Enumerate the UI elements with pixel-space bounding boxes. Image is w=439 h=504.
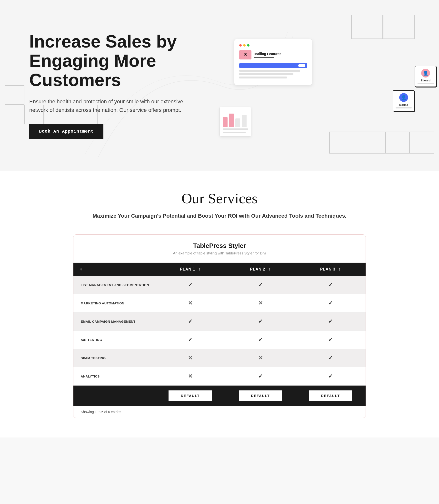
- table-row: MARKETING AUTOMATION✕✕✓: [73, 294, 366, 312]
- person-line-martha: [396, 107, 412, 108]
- mail-progress-bar: [239, 63, 307, 68]
- cross-icon: ✕: [188, 355, 192, 361]
- mail-app-card: ✉ Mailing Features: [234, 39, 312, 85]
- mail-line-2: [239, 73, 293, 75]
- check-icon: ✓: [188, 337, 192, 343]
- avatar-edward: 👤: [421, 69, 430, 78]
- check-icon: ✓: [328, 337, 333, 343]
- hero-content: Increase Sales by Engaging More Customer…: [0, 17, 220, 153]
- window-dots: [239, 44, 307, 47]
- deco-br-1: [329, 132, 385, 153]
- feature-cell: LIST MANAGEMENT AND SEGMENTATION: [73, 276, 155, 294]
- dot-green: [247, 44, 249, 47]
- mail-toggle: [298, 64, 305, 67]
- plan2-cell: ✓: [225, 276, 296, 294]
- check-icon: ✓: [258, 318, 263, 324]
- plan2-cell: ✓: [225, 367, 296, 386]
- col-plan1: PLAN 1 ⇕: [155, 263, 225, 276]
- table-main-title: TablePress Styler: [83, 242, 356, 250]
- feature-cell: ANALYTICS: [73, 367, 155, 386]
- default-btn-plan1[interactable]: DEFAULT: [169, 390, 212, 401]
- plan1-cell: ✕: [155, 367, 225, 386]
- footer-plan1: DEFAULT: [155, 386, 225, 406]
- mail-card-header: ✉ Mailing Features: [239, 50, 307, 59]
- deco-top-right: [351, 15, 415, 39]
- deco-tr-1: [351, 15, 383, 39]
- person-name-martha: Martha: [396, 103, 412, 106]
- footer-empty: [73, 386, 155, 406]
- table-header: TablePress Styler An example of table st…: [73, 235, 366, 263]
- table-row: SPAM TESTING✕✕✓: [73, 349, 366, 367]
- bar-1: [223, 117, 228, 127]
- deco-tr-2: [383, 15, 415, 39]
- plan3-cell: ✓: [295, 312, 366, 331]
- person-card-edward: 👤 Edward: [415, 66, 437, 87]
- chart-line-2: [223, 132, 246, 133]
- person-card-martha: 👤 Martha: [393, 90, 415, 111]
- plan3-cell: ✓: [295, 349, 366, 367]
- tablepress-container: TablePress Styler An example of table st…: [73, 234, 366, 418]
- book-appointment-button[interactable]: Book An Appointment: [29, 124, 103, 139]
- cross-icon: ✕: [188, 373, 192, 379]
- mail-icon: ✉: [239, 50, 251, 59]
- table-header-row: ⇕ PLAN 1 ⇕ PLAN 2 ⇕ PLAN 3 ⇕: [73, 263, 366, 276]
- cross-icon: ✕: [258, 355, 263, 361]
- plan3-cell: ✓: [295, 276, 366, 294]
- default-btn-plan2[interactable]: DEFAULT: [239, 390, 282, 401]
- check-icon: ✓: [258, 337, 263, 343]
- plan2-cell: ✓: [225, 331, 296, 349]
- dot-yellow: [243, 44, 246, 47]
- cross-icon: ✕: [258, 300, 263, 306]
- plan2-cell: ✕: [225, 294, 296, 312]
- plan1-cell: ✓: [155, 312, 225, 331]
- hero-illustration: ✉ Mailing Features: [220, 15, 439, 156]
- mail-line-3: [239, 77, 287, 79]
- col-feature: ⇕: [73, 263, 155, 276]
- check-icon: ✓: [328, 373, 333, 379]
- table-sub-title: An example of table styling with TablePr…: [83, 251, 356, 255]
- deco-br-2: [385, 132, 410, 153]
- feature-cell: A/B TESTING: [73, 331, 155, 349]
- deco-br-3: [410, 132, 434, 153]
- services-title: Our Services: [49, 190, 390, 207]
- plan1-cell: ✓: [155, 331, 225, 349]
- bar-2: [229, 114, 234, 127]
- feature-cell: MARKETING AUTOMATION: [73, 294, 155, 312]
- footer-plan2: DEFAULT: [225, 386, 296, 406]
- default-btn-plan3[interactable]: DEFAULT: [309, 390, 352, 401]
- mail-info: Mailing Features: [254, 52, 281, 58]
- check-icon: ✓: [328, 282, 333, 288]
- person-name-edward: Edward: [417, 79, 434, 82]
- plan3-cell: ✓: [295, 294, 366, 312]
- plan1-cell: ✕: [155, 349, 225, 367]
- deco-bottom-right: [329, 132, 434, 153]
- sort-icon-plan3: ⇕: [338, 268, 341, 271]
- plan1-cell: ✓: [155, 276, 225, 294]
- dot-red: [239, 44, 242, 47]
- plan3-cell: ✓: [295, 331, 366, 349]
- hero-title: Increase Sales by Engaging More Customer…: [29, 32, 190, 90]
- table-showing-text: Showing 1 to 6 of 6 entries: [73, 406, 366, 418]
- check-icon: ✓: [188, 318, 192, 324]
- bar-4: [242, 115, 247, 127]
- table-row: ANALYTICS✕✓✓: [73, 367, 366, 386]
- avatar-martha: 👤: [399, 93, 408, 102]
- table-row: A/B TESTING✓✓✓: [73, 331, 366, 349]
- check-icon: ✓: [328, 318, 333, 324]
- mail-label-underline: [254, 57, 274, 58]
- hero-description: Ensure the health and protection of your…: [29, 97, 190, 114]
- footer-plan3: DEFAULT: [295, 386, 366, 406]
- check-icon: ✓: [188, 282, 192, 288]
- plan1-cell: ✕: [155, 294, 225, 312]
- table-row: LIST MANAGEMENT AND SEGMENTATION✓✓✓: [73, 276, 366, 294]
- cross-icon: ✕: [188, 300, 192, 306]
- mail-line-1: [239, 70, 300, 72]
- bar-chart: [223, 110, 248, 127]
- hero-section: Increase Sales by Engaging More Customer…: [0, 0, 439, 171]
- services-subtitle: Maximize Your Campaign's Potential and B…: [49, 212, 390, 220]
- sort-icon-feature: ⇕: [80, 268, 82, 271]
- sort-icon-plan2: ⇕: [268, 268, 271, 271]
- col-plan2: PLAN 2 ⇕: [225, 263, 296, 276]
- table-footer-row: DEFAULT DEFAULT DEFAULT: [73, 386, 366, 406]
- check-icon: ✓: [258, 373, 263, 379]
